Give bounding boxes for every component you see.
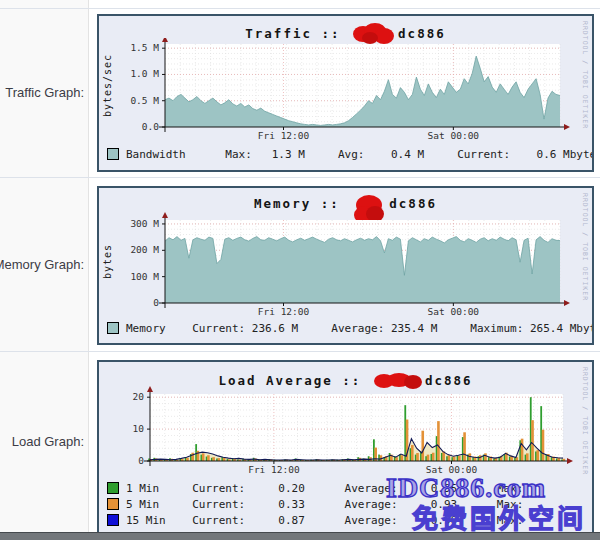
traffic-legend: Bandwidth Max: 1.3 M Avg: 0.4 M Current:…	[107, 146, 592, 162]
svg-text:Fri 12:00: Fri 12:00	[258, 306, 310, 317]
traffic-graph-panel: Traffic :: dc886 0.00.5 M1.0 M1.5 MFri 1…	[97, 14, 594, 172]
load-row-label-text: Load Graph:	[12, 434, 84, 449]
memory-graph-panel: Memory :: dc886 0100 M200 M300 MFri 12:0…	[97, 186, 594, 345]
memory-legend: Memory Current: 236.6 M Average: 235.4 M…	[107, 320, 592, 336]
rrdtool-signature: RRDTOOL / TOBI OETIKER	[581, 193, 589, 338]
load-row-label: Load Graph:	[0, 351, 87, 532]
traffic-chart: 0.00.5 M1.0 M1.5 MFri 12:00Sat 00:00byte…	[99, 38, 592, 150]
legend-row: Bandwidth Max: 1.3 M Avg: 0.4 M Current:…	[107, 146, 592, 162]
svg-text:0: 0	[153, 297, 159, 308]
svg-text:300 M: 300 M	[130, 218, 159, 229]
row-divider	[0, 8, 600, 9]
legend-swatch	[107, 322, 119, 334]
svg-text:0.5 M: 0.5 M	[130, 95, 159, 106]
legend-swatch	[107, 514, 119, 526]
svg-text:1.0 M: 1.0 M	[130, 68, 159, 79]
svg-text:0: 0	[138, 455, 144, 466]
legend-text: Bandwidth Max: 1.3 M Avg: 0.4 M Current:…	[126, 148, 592, 161]
traffic-row-label-text: Traffic Graph:	[5, 85, 84, 100]
svg-text:bytes: bytes	[102, 244, 113, 279]
legend-swatch	[107, 148, 119, 160]
svg-text:Fri 12:00: Fri 12:00	[258, 130, 310, 141]
svg-text:100 M: 100 M	[130, 271, 159, 282]
memory-title-prefix: Memory ::	[254, 196, 340, 211]
rrdtool-signature: RRDTOOL / TOBI OETIKER	[581, 21, 589, 165]
chinese-watermark: 免费国外空间	[412, 498, 586, 535]
svg-text:200 M: 200 M	[130, 244, 159, 255]
load-chart: 01020Fri 12:00Sat 00:00	[99, 386, 592, 478]
memory-row-label-text: Memory Graph:	[0, 257, 84, 272]
svg-text:Sat 00:00: Sat 00:00	[428, 130, 480, 141]
svg-text:10: 10	[133, 423, 145, 434]
memory-row-label: Memory Graph:	[0, 177, 87, 351]
row-divider	[0, 351, 600, 352]
svg-text:1.5 M: 1.5 M	[130, 42, 159, 53]
legend-row: Memory Current: 236.6 M Average: 235.4 M…	[107, 320, 592, 336]
svg-text:Fri 12:00: Fri 12:00	[248, 464, 300, 475]
legend-swatch	[107, 482, 119, 494]
graphs-page: Traffic Graph: Memory Graph: Load Graph:…	[0, 0, 600, 540]
memory-chart: 0100 M200 M300 MFri 12:00Sat 00:00bytes	[99, 210, 592, 326]
svg-text:20: 20	[133, 391, 145, 402]
svg-text:Sat 00:00: Sat 00:00	[428, 306, 480, 317]
svg-text:bytes/sec: bytes/sec	[102, 54, 113, 117]
row-divider	[0, 177, 600, 178]
memory-title-host: dc886	[389, 196, 437, 211]
legend-swatch	[107, 498, 119, 510]
traffic-row-label: Traffic Graph:	[0, 8, 87, 177]
svg-text:0.0: 0.0	[142, 121, 159, 132]
legend-text: Memory Current: 236.6 M Average: 235.4 M…	[126, 322, 592, 335]
